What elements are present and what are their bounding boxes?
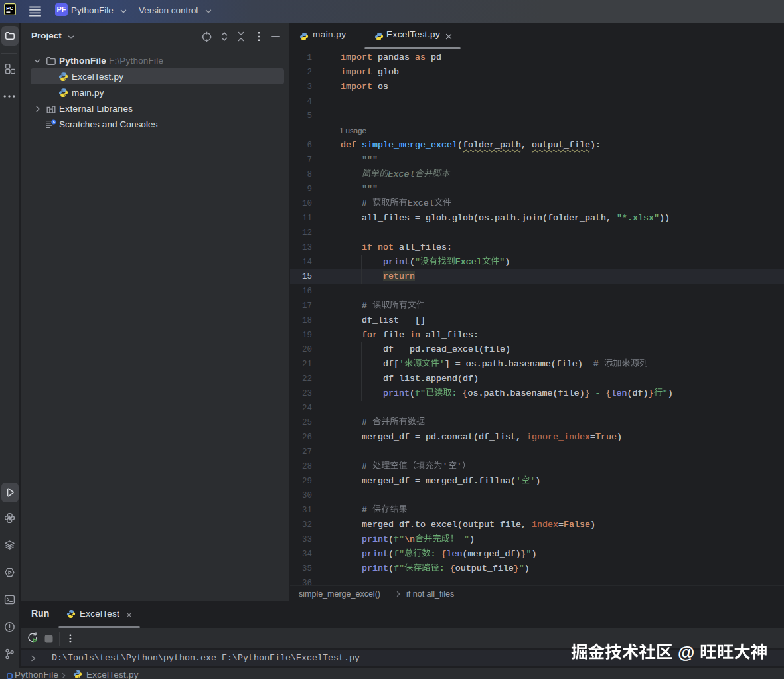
- svg-text:PC: PC: [6, 5, 13, 11]
